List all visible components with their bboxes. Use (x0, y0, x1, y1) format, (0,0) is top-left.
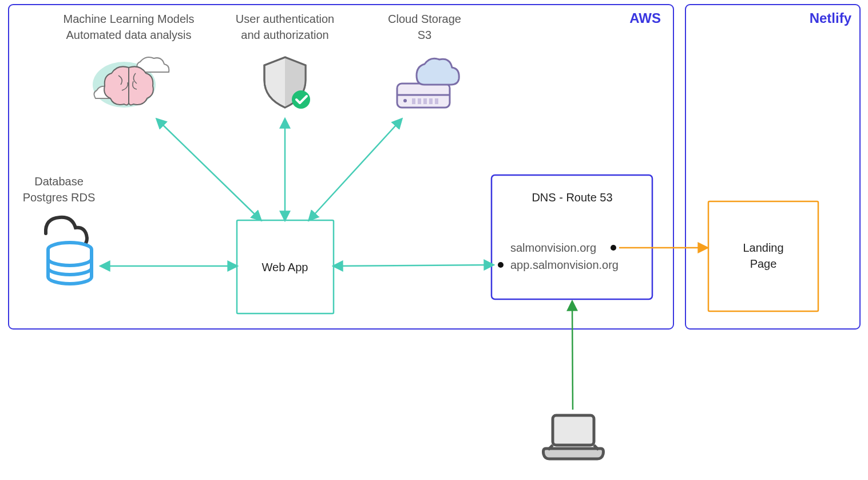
netlify-container-label: Netlify (810, 10, 852, 26)
cloud-drive-icon (397, 58, 459, 108)
netlify-container (685, 5, 860, 329)
auth-label-line1: User authentication (236, 13, 334, 25)
ml-label-line1: Machine Learning Models (63, 13, 194, 25)
svg-point-1 (292, 90, 310, 109)
edge-webapp-dns (334, 265, 493, 266)
dns-entry-1-dot (611, 245, 616, 251)
svg-rect-5 (412, 98, 415, 104)
shield-icon (264, 57, 310, 109)
db-node: Database Postgres RDS (23, 175, 96, 284)
svg-rect-9 (435, 98, 438, 104)
edge-laptop-dns (572, 302, 573, 410)
auth-label-line2: and authorization (241, 29, 328, 41)
cloud-db-icon (46, 217, 92, 284)
svg-rect-8 (429, 98, 433, 104)
dns-entry-2-dot (498, 262, 504, 268)
webapp-label: Web App (262, 261, 308, 273)
svg-point-4 (403, 99, 407, 102)
ml-node: Machine Learning Models Automated data a… (63, 13, 194, 108)
dns-title: DNS - Route 53 (532, 191, 612, 204)
ml-label-line2: Automated data analysis (66, 29, 191, 41)
edge-webapp-ml (157, 119, 261, 220)
landing-line2: Page (750, 257, 777, 270)
laptop-icon (544, 415, 604, 459)
storage-label-line2: S3 (418, 29, 431, 41)
landing-box (708, 201, 818, 311)
dns-entry-1: salmonvision.org (510, 241, 596, 254)
brain-icon (93, 57, 169, 108)
svg-rect-7 (423, 98, 427, 104)
edge-webapp-storage (309, 119, 402, 220)
dns-entry-2: app.salmonvision.org (510, 259, 619, 271)
svg-rect-11 (553, 415, 594, 445)
landing-line1: Landing (743, 241, 783, 254)
storage-node: Cloud Storage S3 (388, 13, 461, 108)
db-label-line1: Database (34, 175, 84, 188)
db-label-line2: Postgres RDS (23, 191, 96, 204)
aws-container-label: AWS (629, 10, 661, 26)
storage-label-line1: Cloud Storage (388, 13, 461, 25)
svg-rect-6 (418, 98, 421, 104)
aws-container (9, 5, 673, 329)
auth-node: User authentication and authorization (236, 13, 334, 109)
